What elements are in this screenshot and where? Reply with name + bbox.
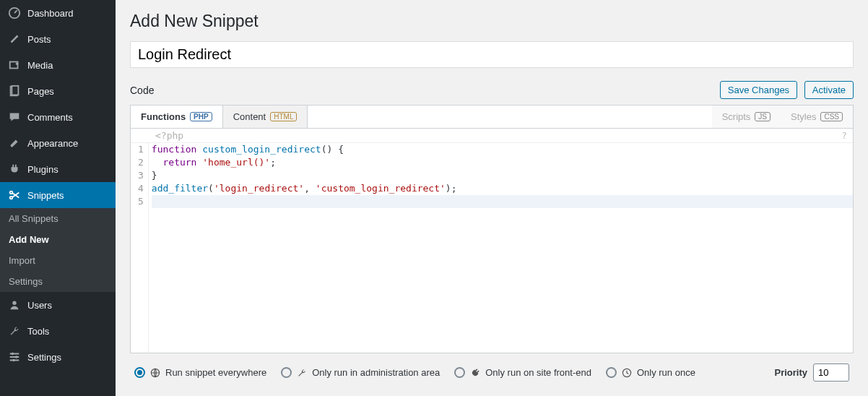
sidebar-item-appearance[interactable]: Appearance: [0, 130, 116, 156]
sidebar-item-label: Pages: [27, 86, 54, 97]
svg-point-10: [12, 359, 15, 362]
pin-icon: [469, 367, 481, 379]
help-icon[interactable]: ?: [841, 130, 847, 141]
priority-label: Priority: [774, 367, 807, 378]
php-open-tag-hint: <?php ?: [131, 129, 853, 143]
sidebar-item-settings[interactable]: Settings: [0, 344, 116, 370]
sidebar-item-label: Posts: [27, 34, 51, 45]
sidebar-item-pages[interactable]: Pages: [0, 78, 116, 104]
page-icon: [7, 84, 22, 98]
pin-icon: [7, 32, 22, 46]
dashboard-icon: [7, 6, 22, 20]
tab-label: Styles: [791, 111, 816, 122]
tab-label: Functions: [141, 111, 186, 122]
run-option-label: Only run in administration area: [312, 367, 440, 378]
code-tabs: Functions PHP Content HTML Scripts JS St…: [130, 105, 854, 128]
sidebar-item-label: Media: [27, 60, 53, 71]
globe-icon: [149, 367, 161, 379]
run-option-label: Only run on site front-end: [485, 367, 591, 378]
save-changes-button[interactable]: Save Changes: [720, 81, 797, 99]
submenu-import[interactable]: Import: [0, 250, 116, 271]
run-option-globe[interactable]: Run snippet everywhere: [134, 367, 266, 379]
media-icon: [7, 58, 22, 72]
sidebar-item-label: Appearance: [27, 138, 78, 149]
admin-sidebar: Dashboard Posts Media Pages Comments App…: [0, 0, 116, 396]
submenu-all-snippets[interactable]: All Snippets: [0, 208, 116, 229]
sidebar-submenu: All Snippets Add New Import Settings: [0, 208, 116, 292]
radio-icon: [606, 367, 617, 378]
svg-point-2: [16, 62, 19, 65]
radio-icon: [454, 367, 465, 378]
wrench-icon: [296, 367, 308, 379]
svg-point-6: [10, 197, 13, 199]
sidebar-item-users[interactable]: Users: [0, 292, 116, 318]
run-option-wrench[interactable]: Only run in administration area: [281, 367, 440, 379]
radio-icon: [281, 367, 292, 378]
sliders-icon: [7, 350, 22, 364]
svg-point-5: [10, 191, 13, 194]
sidebar-item-comments[interactable]: Comments: [0, 104, 116, 130]
run-scope-row: Run snippet everywhereOnly run in admini…: [130, 353, 854, 389]
svg-point-9: [15, 356, 18, 358]
clock-icon: [621, 367, 633, 379]
submenu-add-new[interactable]: Add New: [0, 229, 116, 250]
sidebar-item-label: Tools: [27, 326, 49, 337]
run-option-label: Run snippet everywhere: [165, 367, 266, 378]
brush-icon: [7, 136, 22, 150]
sidebar-item-plugins[interactable]: Plugins: [0, 156, 116, 182]
sidebar-item-label: Settings: [27, 352, 61, 363]
html-badge: HTML: [270, 112, 297, 121]
code-section-label: Code: [130, 85, 154, 96]
sidebar-item-label: Dashboard: [27, 8, 74, 19]
priority-input[interactable]: [813, 363, 849, 382]
page-title: Add New Snippet: [130, 12, 854, 31]
comment-icon: [7, 110, 22, 124]
submenu-settings[interactable]: Settings: [0, 271, 116, 292]
js-badge: JS: [755, 112, 771, 121]
tab-label: Scripts: [722, 111, 751, 122]
code-editor[interactable]: <?php ? 12345 function custom_login_redi…: [130, 128, 854, 353]
svg-point-7: [12, 301, 16, 305]
sidebar-item-dashboard[interactable]: Dashboard: [0, 0, 116, 26]
run-option-clock[interactable]: Only run once: [606, 367, 695, 379]
php-badge: PHP: [190, 112, 212, 121]
svg-rect-4: [12, 86, 18, 95]
sidebar-item-label: Plugins: [27, 164, 58, 175]
run-option-label: Only run once: [637, 367, 695, 378]
plug-icon: [7, 162, 22, 176]
tab-functions[interactable]: Functions PHP: [131, 106, 223, 128]
main-content: Add New Snippet Code Save Changes Activa…: [116, 0, 868, 396]
user-icon: [7, 298, 22, 312]
sidebar-item-label: Snippets: [27, 190, 64, 201]
sidebar-item-posts[interactable]: Posts: [0, 26, 116, 52]
tab-content[interactable]: Content HTML: [223, 106, 308, 128]
wrench-icon: [7, 324, 22, 338]
code-lines[interactable]: function custom_login_redirect() { retur…: [149, 143, 853, 353]
sidebar-item-snippets[interactable]: Snippets: [0, 182, 116, 208]
line-number-gutter: 12345: [131, 143, 149, 353]
scissors-icon: [7, 188, 22, 202]
sidebar-item-media[interactable]: Media: [0, 52, 116, 78]
sidebar-item-tools[interactable]: Tools: [0, 318, 116, 344]
tab-label: Content: [233, 111, 266, 122]
tab-scripts[interactable]: Scripts JS: [712, 106, 781, 128]
radio-icon: [134, 367, 145, 378]
priority-field: Priority: [774, 363, 849, 382]
sidebar-item-label: Users: [27, 300, 52, 311]
svg-point-8: [12, 353, 14, 356]
css-badge: CSS: [820, 112, 843, 121]
sidebar-item-label: Comments: [27, 112, 73, 123]
snippet-title-input[interactable]: [130, 41, 854, 68]
run-option-pin[interactable]: Only run on site front-end: [454, 367, 591, 379]
tab-styles[interactable]: Styles CSS: [781, 106, 853, 128]
activate-button[interactable]: Activate: [804, 81, 854, 99]
